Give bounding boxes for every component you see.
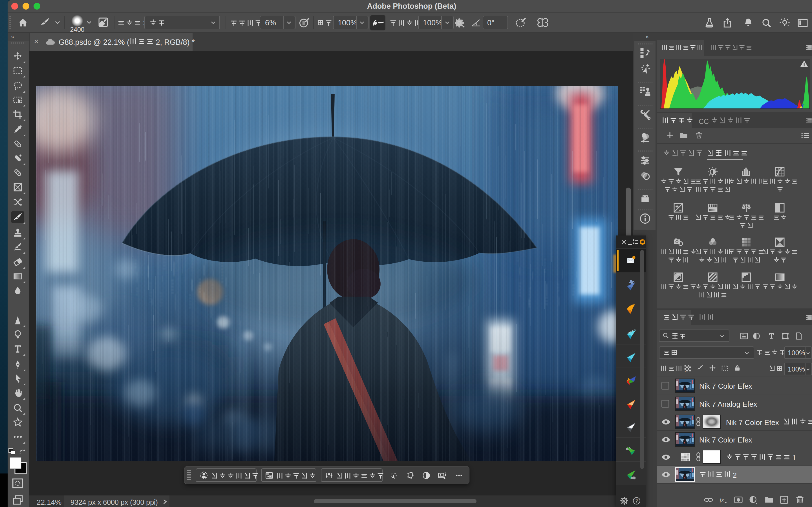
svg-text:fx: fx xyxy=(719,497,724,503)
svg-text:?: ? xyxy=(635,498,638,503)
